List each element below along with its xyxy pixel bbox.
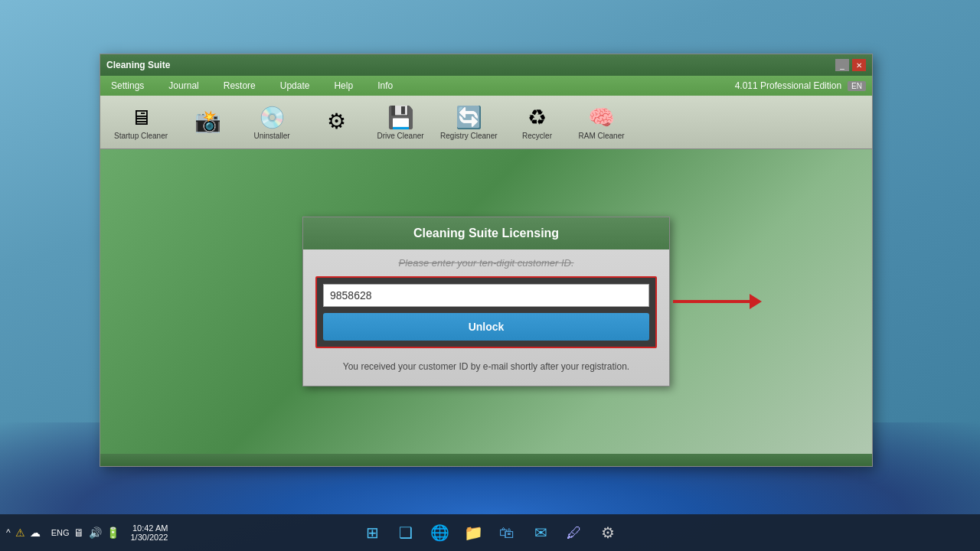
- edition-text: 4.011 Professional Edition: [735, 80, 841, 91]
- menu-settings[interactable]: Settings: [106, 79, 149, 93]
- registry-cleaner-label: Registry Cleaner: [440, 132, 497, 140]
- tray-cloud-icon: ☁: [30, 527, 41, 539]
- desktop: Cleaning Suite _ ✕ Settings Journal Rest…: [0, 0, 980, 551]
- toolbar-registry-cleaner[interactable]: 🔄 Registry Cleaner: [434, 102, 503, 143]
- recycler-label: Recycler: [522, 132, 552, 140]
- cam-cleaner-icon: 📸: [194, 109, 221, 134]
- toolbar-ram-cleaner[interactable]: 🧠 RAM Cleaner: [571, 102, 632, 143]
- taskbar-clock[interactable]: 10:42 AM 1/30/2022: [124, 520, 174, 545]
- toolbar-extra[interactable]: ⚙: [305, 106, 367, 139]
- menu-restore[interactable]: Restore: [219, 79, 260, 93]
- store-icon: 🛍: [499, 524, 514, 542]
- startup-cleaner-label: Startup Cleaner: [114, 132, 168, 140]
- dialog-input-section: Unlock: [315, 276, 657, 348]
- mail-icon: ✉: [534, 523, 547, 542]
- toolbar: 🖥 Startup Cleaner 📸 💿 Uninstaller ⚙ 💾 Dr…: [100, 96, 872, 149]
- dialog-footer: You received your customer ID by e-mail …: [303, 351, 669, 386]
- close-button[interactable]: ✕: [852, 59, 866, 71]
- tray-monitor-icon: 🖥: [74, 527, 84, 539]
- unlock-button[interactable]: Unlock: [323, 313, 649, 341]
- settings-icon: ⚙: [601, 523, 615, 542]
- startup-cleaner-icon: 🖥: [130, 105, 152, 130]
- app-title: Cleaning Suite: [106, 60, 170, 70]
- toolbar-recycler[interactable]: ♻ Recycler: [507, 102, 568, 143]
- toolbar-cam-cleaner[interactable]: 📸: [177, 106, 238, 139]
- taskbar-paintbrush-button[interactable]: 🖊: [559, 517, 590, 548]
- minimize-button[interactable]: _: [835, 59, 849, 71]
- drive-cleaner-icon: 💾: [387, 105, 414, 130]
- tray-warning-icon: ⚠: [15, 527, 25, 539]
- edge-icon: 🌐: [430, 523, 449, 542]
- ram-cleaner-icon: 🧠: [588, 105, 615, 130]
- drive-cleaner-label: Drive Cleaner: [377, 132, 423, 140]
- tray-chevron[interactable]: ^: [6, 527, 11, 538]
- title-bar-controls: _ ✕: [835, 59, 866, 71]
- windows-logo-icon: ⊞: [366, 523, 379, 542]
- status-bar: [100, 454, 872, 466]
- taskbar-right: ^ ⚠ ☁ ENG 🖥 🔊 🔋 10:42 AM 1/30/2022: [0, 520, 181, 545]
- widgets-icon: ❑: [399, 523, 413, 542]
- extra-icon: ⚙: [327, 109, 346, 134]
- tray-lang[interactable]: ENG: [51, 528, 70, 537]
- taskbar-mail-button[interactable]: ✉: [525, 517, 556, 548]
- dialog-overlay: Cleaning Suite Licensing Please enter yo…: [100, 149, 872, 454]
- uninstaller-label: Uninstaller: [253, 132, 289, 140]
- toolbar-startup-cleaner[interactable]: 🖥 Startup Cleaner: [108, 102, 174, 143]
- taskbar-explorer-button[interactable]: 📁: [458, 517, 488, 548]
- licensing-dialog: Cleaning Suite Licensing Please enter yo…: [302, 217, 670, 386]
- recycler-icon: ♻: [528, 105, 547, 130]
- toolbar-uninstaller[interactable]: 💿 Uninstaller: [241, 102, 302, 143]
- menu-journal[interactable]: Journal: [164, 79, 203, 93]
- dialog-subtitle: Please enter your ten-digit customer ID.: [303, 249, 669, 273]
- taskbar-widgets-button[interactable]: ❑: [390, 517, 421, 548]
- arrow-line: [673, 300, 750, 303]
- menu-items-container: Settings Journal Restore Update Help Inf…: [106, 79, 397, 93]
- taskbar-settings-button[interactable]: ⚙: [593, 517, 623, 548]
- dialog-wrapper: Cleaning Suite Licensing Please enter yo…: [302, 217, 670, 386]
- tray-battery-icon: 🔋: [106, 527, 119, 539]
- app-window: Cleaning Suite _ ✕ Settings Journal Rest…: [100, 54, 873, 467]
- taskbar: ⊞ ❑ 🌐 📁 🛍 ✉ 🖊 ⚙: [0, 514, 980, 551]
- toolbar-drive-cleaner[interactable]: 💾 Drive Cleaner: [370, 102, 431, 143]
- menu-update[interactable]: Update: [276, 79, 315, 93]
- menu-info[interactable]: Info: [373, 79, 397, 93]
- taskbar-center: ⊞ ❑ 🌐 📁 🛍 ✉ 🖊 ⚙: [357, 517, 623, 548]
- paintbrush-icon: 🖊: [567, 524, 582, 542]
- taskbar-store-button[interactable]: 🛍: [492, 517, 522, 548]
- arrow-head: [750, 294, 762, 309]
- clock-time: 10:42 AM: [130, 523, 168, 533]
- ram-cleaner-label: RAM Cleaner: [579, 132, 625, 140]
- tray-icons: ^ ⚠ ☁: [0, 527, 47, 539]
- clock-date: 1/30/2022: [130, 533, 168, 542]
- lang-badge[interactable]: EN: [848, 81, 866, 91]
- menu-help[interactable]: Help: [329, 79, 358, 93]
- uninstaller-icon: 💿: [259, 105, 286, 130]
- tray-speaker-icon: 🔊: [89, 527, 102, 539]
- customer-id-input[interactable]: [323, 284, 649, 307]
- taskbar-edge-button[interactable]: 🌐: [424, 517, 455, 548]
- file-explorer-icon: 📁: [464, 523, 483, 542]
- main-content: Cleaning Suite Licensing Please enter yo…: [100, 149, 872, 454]
- red-arrow: [673, 294, 762, 309]
- menu-bar: Settings Journal Restore Update Help Inf…: [100, 76, 872, 96]
- title-bar: Cleaning Suite _ ✕: [100, 54, 872, 76]
- registry-cleaner-icon: 🔄: [456, 105, 482, 130]
- dialog-title: Cleaning Suite Licensing: [303, 217, 669, 249]
- edition-info: 4.011 Professional Edition EN: [735, 80, 866, 91]
- taskbar-start-button[interactable]: ⊞: [357, 517, 387, 548]
